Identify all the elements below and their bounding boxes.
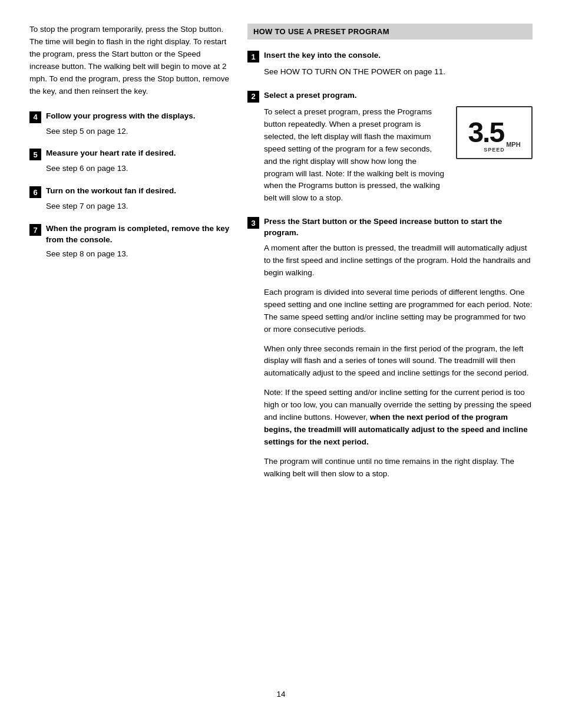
right-step-2-header: 2 Select a preset program. xyxy=(247,90,533,103)
step-7-number: 7 xyxy=(29,224,41,236)
right-step-1-header: 1 Insert the key into the console. xyxy=(247,50,533,62)
right-step-3-para-3: When only three seconds remain in the fi… xyxy=(264,343,533,380)
right-step-3-para-2: Each program is divided into several tim… xyxy=(264,286,533,336)
speed-unit: MPH xyxy=(506,140,520,150)
right-step-1-number: 1 xyxy=(247,51,259,62)
right-step-3-number: 3 xyxy=(247,217,259,229)
right-step-3-header: 3 Press the Start button or the Speed in… xyxy=(247,216,533,239)
step-6-header: 6 Turn on the workout fan if desired. xyxy=(29,186,230,198)
speed-label: SPEED xyxy=(484,146,505,154)
step2-description: To select a preset program, press the Pr… xyxy=(264,107,444,202)
step2-content: To select a preset program, press the Pr… xyxy=(264,106,533,205)
step-7-header: 7 When the program is completed, remove … xyxy=(29,223,230,246)
step-6-block: 6 Turn on the workout fan if desired. Se… xyxy=(29,186,230,213)
step-5-body: See step 6 on page 13. xyxy=(29,163,230,175)
right-step-3-para-4: Note: If the speed setting and/or inclin… xyxy=(264,387,533,449)
step-4-block: 4 Follow your progress with the displays… xyxy=(29,111,230,138)
step-5-number: 5 xyxy=(29,149,41,160)
step-6-body: See step 7 on page 13. xyxy=(29,200,230,213)
step-4-number: 4 xyxy=(29,111,41,123)
step-5-title: Measure your heart rate if desired. xyxy=(46,148,176,159)
right-step-3-title: Press the Start button or the Speed incr… xyxy=(264,216,533,239)
step-7-body: See step 8 on page 13. xyxy=(29,248,230,261)
step-5-block: 5 Measure your heart rate if desired. Se… xyxy=(29,148,230,175)
right-step-2-number: 2 xyxy=(247,91,259,103)
columns: To stop the program temporarily, press t… xyxy=(29,24,533,672)
right-step-2-title: Select a preset program. xyxy=(264,90,357,101)
step-7-title: When the program is completed, remove th… xyxy=(46,223,230,246)
step-7-block: 7 When the program is completed, remove … xyxy=(29,223,230,261)
page: To stop the program temporarily, press t… xyxy=(0,0,562,728)
right-step-2-body: To select a preset program, press the Pr… xyxy=(247,106,533,205)
step-4-title: Follow your progress with the displays. xyxy=(46,111,196,122)
section-header: HOW TO USE A PRESET PROGRAM xyxy=(247,24,533,39)
step-4-header: 4 Follow your progress with the displays… xyxy=(29,111,230,123)
right-column: HOW TO USE A PRESET PROGRAM 1 Insert the… xyxy=(247,24,533,672)
speed-display: 3.5 MPH SPEED xyxy=(456,106,533,159)
step2-text: To select a preset program, press the Pr… xyxy=(264,106,447,205)
bold-warning: when the next period of the program begi… xyxy=(264,413,528,446)
step-6-number: 6 xyxy=(29,186,41,198)
right-step-3-body: A moment after the button is pressed, th… xyxy=(247,242,533,480)
right-step-1-body: See HOW TO TURN ON THE POWER on page 11. xyxy=(247,66,533,78)
step-6-title: Turn on the workout fan if desired. xyxy=(46,186,176,197)
right-step-3-para-5: The program will continue until no time … xyxy=(264,456,533,480)
step-5-header: 5 Measure your heart rate if desired. xyxy=(29,148,230,160)
right-step-3-para-1: A moment after the button is pressed, th… xyxy=(264,242,533,279)
right-step-1-title: Insert the key into the console. xyxy=(264,50,381,61)
step-4-body: See step 5 on page 12. xyxy=(29,126,230,138)
page-number: 14 xyxy=(29,690,533,704)
left-column: To stop the program temporarily, press t… xyxy=(29,24,230,672)
right-step-2-block: 2 Select a preset program. To select a p… xyxy=(247,90,533,205)
right-step-3-block: 3 Press the Start button or the Speed in… xyxy=(247,216,533,480)
intro-paragraph: To stop the program temporarily, press t… xyxy=(29,24,230,98)
right-step-1-block: 1 Insert the key into the console. See H… xyxy=(247,50,533,78)
